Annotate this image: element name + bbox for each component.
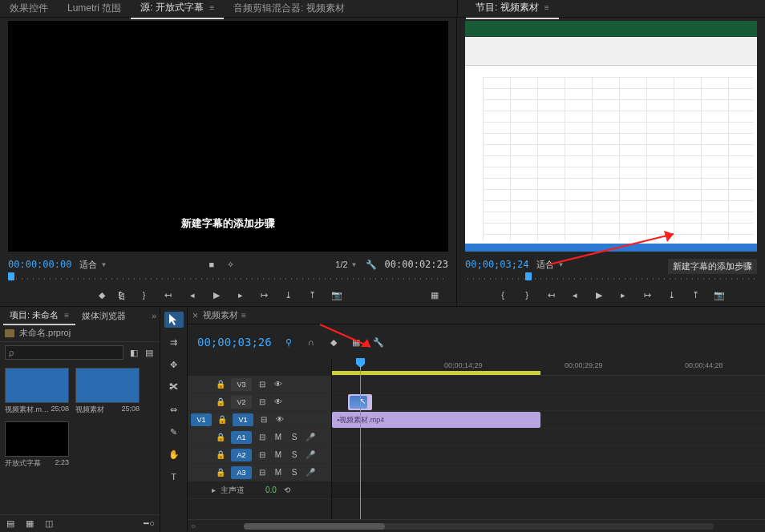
step-forward-button[interactable]: ▸ [617, 289, 629, 300]
slip-tool[interactable]: ⇔ [164, 401, 184, 417]
crop-icon[interactable]: ✧ [225, 259, 237, 270]
extract-button[interactable]: ⤒ [690, 289, 701, 300]
zoom-slider-icon[interactable]: ━○ [144, 518, 155, 530]
tab-menu-icon[interactable]: ≡ [241, 311, 246, 320]
overwrite-button[interactable]: ⤒ [307, 289, 318, 300]
sync-lock-icon[interactable]: ⊟ [257, 432, 268, 443]
lock-icon[interactable]: 🔒 [217, 414, 228, 425]
tab-effect-controls[interactable]: 效果控件 [0, 0, 58, 18]
zoom-scrollbar[interactable] [244, 523, 714, 530]
razor-tool[interactable]: ✀ [164, 379, 184, 395]
sync-lock-icon[interactable]: ⊟ [258, 414, 269, 425]
new-bin-icon[interactable]: ▤ [144, 347, 156, 358]
step-back-button[interactable]: ◂ [187, 289, 198, 300]
lock-icon[interactable]: 🔒 [215, 432, 226, 443]
marker-icon[interactable]: ◆ [328, 337, 339, 348]
go-in-button[interactable]: ↤ [163, 289, 174, 300]
source-v1-toggle[interactable]: V1 [191, 413, 212, 426]
export-frame-button[interactable]: 📷 [714, 289, 725, 300]
step-back-button[interactable]: ◂ [569, 289, 581, 300]
go-in-button[interactable]: ↤ [545, 289, 557, 300]
eye-icon[interactable]: 👁 [273, 397, 284, 408]
lane-v2[interactable]: ↖ [332, 393, 765, 411]
program-video-area[interactable] [465, 21, 757, 252]
eye-icon[interactable]: 👁 [274, 414, 285, 425]
marker-icon[interactable]: ◆ [96, 289, 107, 300]
track-area[interactable]: 00;00;14;29 00;00;29;29 00;00;44;28 ↖ [332, 360, 765, 519]
track-a1-toggle[interactable]: A1 [231, 431, 252, 444]
media-item[interactable]: 开放式字幕 2:23 [5, 421, 69, 469]
tab-close-icon[interactable]: ≡ [209, 3, 214, 12]
settings-icon[interactable]: ▦ [350, 337, 362, 348]
program-timecode-in[interactable]: 00;00;03;24 [465, 259, 528, 270]
search-filter-icon[interactable]: ◧ [128, 347, 140, 358]
timeline-playhead[interactable] [360, 360, 361, 519]
snap-icon[interactable]: ⚲ [283, 337, 294, 348]
type-tool[interactable]: T [164, 469, 184, 485]
sync-lock-icon[interactable]: ⊟ [257, 379, 268, 390]
media-item[interactable]: 视频素材 25;08 [75, 368, 140, 415]
sync-lock-icon[interactable]: ⊟ [257, 449, 268, 461]
eye-icon[interactable]: 👁 [273, 379, 284, 390]
track-v1-toggle[interactable]: V1 [233, 413, 253, 426]
sync-lock-icon[interactable]: ⊟ [257, 397, 268, 408]
search-input[interactable] [5, 345, 123, 360]
wrench-icon[interactable]: 🔧 [373, 337, 384, 348]
source-ratio-dropdown[interactable]: 1/2 ▼ [335, 260, 357, 269]
tab-program[interactable]: 节目: 视频素材 ≡ [466, 0, 559, 19]
mute-icon[interactable]: M [273, 449, 284, 461]
tab-source-captions[interactable]: 源: 开放式字幕 ≡ [131, 0, 224, 19]
ptab-project[interactable]: 项目: 未命名 ≡ [3, 307, 75, 325]
lane-a3[interactable] [332, 464, 765, 482]
time-ruler[interactable]: 00;00;14;29 00;00;29;29 00;00;44;28 [332, 360, 765, 376]
mute-icon[interactable]: M [273, 432, 284, 443]
voice-over-icon[interactable]: 🎤 [305, 449, 316, 461]
go-out-button[interactable]: ↦ [259, 289, 270, 300]
track-v2-toggle[interactable]: V2 [231, 396, 252, 409]
ptab-media-browser[interactable]: 媒体浏览器 [75, 308, 132, 324]
source-timecode-in[interactable]: 00:00:00:00 [8, 259, 71, 270]
export-frame-button[interactable]: 📷 [331, 289, 342, 300]
media-item[interactable]: 视频素材.m… 25;08 [5, 368, 69, 415]
go-out-button[interactable]: ↦ [642, 289, 653, 300]
source-video-area[interactable]: 新建字幕的添加步骤 [8, 21, 448, 252]
track-select-tool[interactable]: ⇉ [164, 334, 184, 350]
pen-tool[interactable]: ✎ [164, 424, 184, 440]
icon-view-icon[interactable]: ▦ [24, 518, 35, 530]
program-fit-dropdown[interactable]: 适合 ▼ [536, 259, 564, 271]
mute-icon[interactable]: M [273, 467, 284, 478]
reset-icon[interactable]: ⟲ [281, 485, 293, 496]
overflow-icon[interactable]: » [152, 311, 156, 320]
insert-button[interactable]: ⤓ [283, 289, 294, 300]
linked-selection-icon[interactable]: ∩ [306, 337, 317, 348]
mark-in-button[interactable]: { [497, 289, 508, 300]
stop-icon[interactable]: ■ [206, 259, 217, 270]
clip-video[interactable]: ▪ 视频素材.mp4 [332, 412, 540, 428]
work-area-bar[interactable] [332, 371, 540, 375]
voice-over-icon[interactable]: 🎤 [305, 432, 316, 443]
voice-over-icon[interactable]: 🎤 [305, 467, 316, 478]
hand-tool[interactable]: ✋ [164, 446, 184, 462]
lane-a2[interactable] [332, 446, 765, 464]
solo-icon[interactable]: S [289, 449, 300, 461]
sync-lock-icon[interactable]: ⊟ [257, 467, 268, 478]
source-fit-dropdown[interactable]: 适合 ▼ [79, 259, 107, 271]
tab-close-icon[interactable]: ≡ [544, 3, 549, 12]
lock-icon[interactable]: 🔒 [215, 467, 226, 478]
settings-icon[interactable]: ▦ [429, 289, 440, 300]
mark-out-button[interactable]: } [521, 289, 532, 300]
circle-icon[interactable]: ○ [191, 522, 196, 530]
tab-audio-clip-mixer[interactable]: 音频剪辑混合器: 视频素材 [224, 0, 354, 18]
list-view-icon[interactable]: ▤ [5, 518, 16, 530]
solo-icon[interactable]: S [289, 432, 300, 443]
track-v3-toggle[interactable]: V3 [231, 378, 252, 391]
lift-button[interactable]: ⤓ [666, 289, 677, 300]
tab-lumetri-scopes[interactable]: Lumetri 范围 [58, 0, 131, 18]
step-forward-button[interactable]: ▸ [235, 289, 246, 300]
play-button[interactable]: ▶ [593, 289, 605, 300]
track-a2-toggle[interactable]: A2 [231, 449, 252, 461]
lane-a1[interactable] [332, 429, 765, 446]
ripple-edit-tool[interactable]: ✥ [164, 357, 184, 373]
lock-icon[interactable]: 🔒 [215, 449, 226, 461]
wrench-icon[interactable]: 🔧 [366, 259, 377, 270]
